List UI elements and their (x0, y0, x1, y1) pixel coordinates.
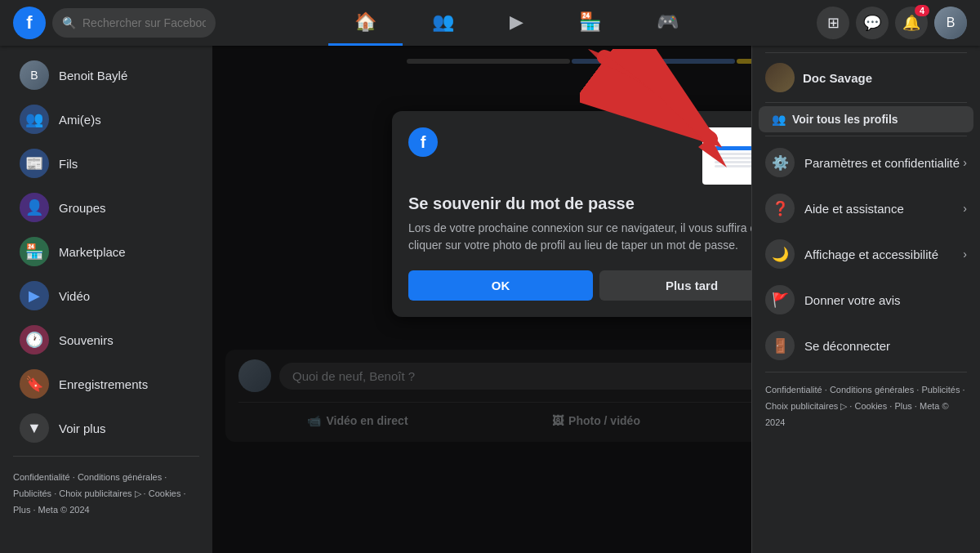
sidebar-user-avatar: B (20, 60, 49, 90)
display-chevron-icon: › (963, 248, 967, 261)
panel-menu-settings-left: ⚙️ Paramètres et confidentialité (765, 148, 960, 177)
dialog-buttons: OK Plus tard (408, 270, 784, 301)
nav-tab-home[interactable]: 🏠 (328, 0, 403, 46)
help-label: Aide et assistance (804, 202, 904, 216)
view-all-profiles-button[interactable]: 👥 Voir tous les profils (759, 106, 973, 132)
messenger-button[interactable]: 💬 (856, 7, 889, 39)
panel-menu-logout[interactable]: 🚪 Se déconnecter (759, 323, 973, 368)
fils-icon: 📰 (20, 149, 49, 178)
friends-icon: 👥 (20, 105, 49, 134)
help-chevron-icon: › (963, 202, 967, 215)
nav-tab-video[interactable]: ▶ (483, 0, 550, 46)
display-icon: 🌙 (765, 239, 795, 269)
logout-label: Se déconnecter (804, 339, 890, 353)
dialog-description: Lors de votre prochaine connexion sur ce… (408, 220, 784, 254)
enregistrements-icon: 🔖 (20, 369, 49, 399)
nav-tab-gaming[interactable]: 🎮 (630, 0, 705, 46)
sidebar-item-fils[interactable]: 📰 Fils (7, 142, 206, 185)
dialog-title: Se souvenir du mot de passe (408, 194, 784, 213)
account-menu-button[interactable]: B (934, 7, 967, 39)
nav-tab-marketplace[interactable]: 🏪 (553, 0, 627, 46)
nav-tabs: 🏠 👥 ▶ 🏪 🎮 (216, 0, 817, 46)
panel-menu-logout-left: 🚪 Se déconnecter (765, 331, 890, 360)
sidebar-item-souvenirs[interactable]: 🕐 Souvenirs (7, 319, 206, 361)
sidebar-item-friends[interactable]: 👥 Ami(e)s (7, 98, 206, 140)
sidebar-label-friends: Ami(e)s (59, 113, 101, 127)
panel-menu-help-left: ❓ Aide et assistance (765, 194, 904, 223)
nav-tab-friends[interactable]: 👥 (406, 0, 480, 46)
dialog-ok-button[interactable]: OK (408, 270, 593, 301)
sidebar-label-enregistrements: Enregistrements (59, 377, 148, 391)
logout-icon: 🚪 (765, 331, 795, 360)
view-all-profiles-label: Voir tous les profils (792, 113, 898, 126)
sidebar-label-marketplace: Marketplace (59, 245, 126, 259)
panel-footer: Confidentialité · Conditions générales ·… (759, 376, 973, 437)
main-layout: B Benoit Baylé 👥 Ami(e)s 📰 Fils 👤 Groupe… (0, 46, 980, 553)
sidebar-item-voirplus[interactable]: ▼ Voir plus (7, 407, 206, 449)
sidebar-label-souvenirs: Souvenirs (59, 333, 114, 347)
sidebar-label-groupes: Groupes (59, 201, 106, 215)
souvenirs-icon: 🕐 (20, 325, 49, 355)
display-label: Affichage et accessibilité (804, 248, 938, 261)
left-sidebar: B Benoit Baylé 👥 Ami(e)s 📰 Fils 👤 Groupe… (0, 46, 212, 553)
panel-divider-4 (765, 372, 967, 372)
grid-menu-button[interactable]: ⊞ (817, 7, 849, 39)
panel-divider-3 (765, 136, 967, 136)
profile-item-secondary[interactable]: Doc Savage (759, 56, 973, 99)
video-icon: ▶ (20, 281, 49, 310)
search-input[interactable] (82, 16, 206, 29)
panel-divider-2 (765, 102, 967, 103)
sidebar-user-name: Benoit Baylé (59, 69, 127, 83)
profile-secondary-name: Doc Savage (803, 71, 872, 85)
top-navigation: f 🔍 🏠 👥 ▶ 🏪 🎮 ⊞ 💬 🔔 4 B (0, 0, 980, 46)
profile-secondary-avatar (765, 63, 795, 92)
panel-divider-1 (765, 52, 967, 53)
marketplace-icon: 🏪 (20, 237, 49, 266)
facebook-logo: f (13, 7, 46, 39)
settings-icon: ⚙️ (765, 148, 795, 177)
sidebar-item-user[interactable]: B Benoit Baylé (7, 54, 206, 96)
settings-chevron-icon: › (963, 156, 967, 169)
sidebar-item-marketplace[interactable]: 🏪 Marketplace (7, 230, 206, 273)
settings-label: Paramètres et confidentialité (804, 156, 960, 170)
nav-right-actions: ⊞ 💬 🔔 4 B (817, 7, 967, 39)
panel-menu-display[interactable]: 🌙 Affichage et accessibilité › (759, 231, 973, 277)
groupes-icon: 👤 (20, 193, 49, 222)
user-avatar: B (934, 7, 967, 39)
password-dialog: ✕ f Se souvenir du mot de passe Lors de … (392, 111, 800, 317)
sidebar-divider (13, 456, 199, 457)
notification-badge: 4 (915, 5, 929, 16)
panel-menu-help[interactable]: ❓ Aide et assistance › (759, 185, 973, 231)
sidebar-item-groupes[interactable]: 👤 Groupes (7, 186, 206, 229)
feedback-label: Donner votre avis (804, 293, 901, 307)
sidebar-label-fils: Fils (59, 157, 78, 171)
dialog-fb-logo: f (408, 127, 438, 157)
search-bar[interactable]: 🔍 (52, 8, 216, 38)
sidebar-item-video[interactable]: ▶ Vidéo (7, 274, 206, 317)
notifications-button[interactable]: 🔔 4 (895, 7, 928, 39)
sidebar-label-voirplus: Voir plus (59, 421, 106, 435)
sidebar-item-enregistrements[interactable]: 🔖 Enregistrements (7, 363, 206, 405)
profiles-icon: 👥 (772, 113, 786, 126)
voirplus-icon: ▼ (20, 413, 49, 443)
panel-menu-feedback[interactable]: 🚩 Donner votre avis (759, 277, 973, 323)
help-icon: ❓ (765, 194, 795, 223)
panel-menu-settings[interactable]: ⚙️ Paramètres et confidentialité › (759, 140, 973, 185)
sidebar-footer: Confidentialité · Conditions générales ·… (0, 463, 212, 524)
feedback-icon: 🚩 (765, 285, 795, 314)
search-icon: 🔍 (62, 16, 76, 29)
dialog-header: f (408, 127, 784, 185)
sidebar-label-video: Vidéo (59, 289, 90, 303)
right-panel: Benoit Baylé Doc Savage 👥 Voir tous les … (751, 0, 980, 553)
panel-menu-display-left: 🌙 Affichage et accessibilité (765, 239, 938, 269)
panel-menu-feedback-left: 🚩 Donner votre avis (765, 285, 901, 314)
